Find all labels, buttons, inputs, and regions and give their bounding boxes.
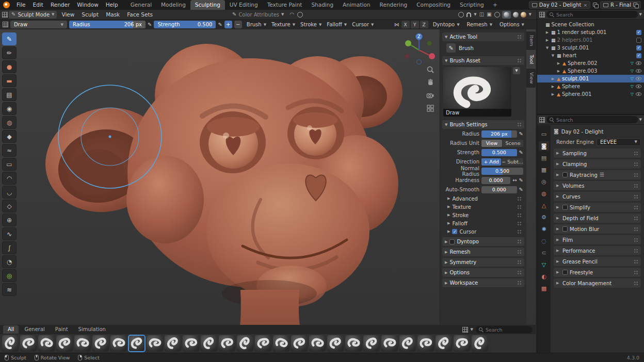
menu-render[interactable]: Render <box>47 0 73 10</box>
header-menu-options[interactable]: Options▼ <box>497 21 527 28</box>
asset-shelf-search[interactable] <box>476 326 533 333</box>
panel-header-brush-settings[interactable]: ▼Brush Settings <box>442 120 524 129</box>
properties-editor-icon[interactable] <box>539 117 545 123</box>
radius-unit-view[interactable]: View <box>481 140 502 147</box>
disclosure-icon[interactable]: ▶ <box>551 85 555 89</box>
visibility-eye-icon[interactable] <box>636 85 641 88</box>
panel-grip-icon[interactable] <box>517 260 522 265</box>
tool-pose[interactable]: ◎ <box>2 269 17 282</box>
mirror-y-button[interactable]: Y <box>411 21 419 28</box>
panel-symmetry[interactable]: ▶Symmetry <box>442 258 524 267</box>
hardness-arrows-icon[interactable]: ↔ <box>512 177 517 183</box>
properties-tab-view-layer[interactable]: ▦ <box>539 165 549 174</box>
brush-thumbnail-0[interactable] <box>2 335 19 352</box>
tool-flatten[interactable]: ▭ <box>2 158 17 171</box>
snap-magnet-icon[interactable] <box>466 12 471 17</box>
outliner-editor-icon[interactable] <box>539 12 545 18</box>
outliner-row-scene-collection[interactable]: ▦Scene Collection <box>537 21 644 28</box>
panel-grip-icon[interactable] <box>634 281 638 286</box>
xray-icon[interactable]: ▣ <box>487 12 491 17</box>
blender-logo-icon[interactable] <box>3 2 10 8</box>
disclosure-icon[interactable]: ▶ <box>556 61 561 65</box>
panel-dyntopo[interactable]: ▶Dyntopo <box>442 237 524 246</box>
outliner-row-3-sculpt-001[interactable]: ▼▦3 sculpt.001 <box>537 44 644 52</box>
tool-inflate[interactable]: ◉ <box>2 102 17 115</box>
panel-checkbox-raytracing[interactable] <box>562 172 568 177</box>
mirror-z-button[interactable]: Z <box>420 21 428 28</box>
panel-grip-icon[interactable] <box>634 194 638 199</box>
properties-panel-curves[interactable]: ▶Curves <box>554 192 641 201</box>
falloff-curve-icon[interactable]: ◠ <box>289 12 294 17</box>
pan-hand-icon[interactable] <box>426 78 434 87</box>
tool-fill[interactable]: ◡ <box>2 186 17 199</box>
tool-draw-sharp[interactable]: ✏ <box>2 46 17 59</box>
include-checkbox[interactable] <box>636 53 641 58</box>
brush-selector-icon[interactable] <box>3 22 8 27</box>
radius-field[interactable]: 206 px <box>481 130 517 138</box>
brush-thumbnail-17[interactable] <box>309 335 326 352</box>
brush-thumbnail-9[interactable] <box>165 335 181 352</box>
proportional-editing-icon[interactable] <box>458 12 464 18</box>
tool-menu-cursor[interactable]: Cursor▼ <box>349 21 376 28</box>
brush-asset-dropdown[interactable]: ▼ <box>513 67 520 74</box>
outliner-row-sphere-001[interactable]: ▶▲Sphere.001▽ <box>537 90 644 98</box>
panel-options[interactable]: ▶Options <box>442 268 524 277</box>
outliner-row-sculpt-001[interactable]: ▶▲sculpt.001▽ <box>537 75 644 83</box>
properties-tab-constraints[interactable]: ⊂ <box>539 248 549 257</box>
brush-thumbnail-23[interactable] <box>417 335 434 352</box>
direction-subtract-button[interactable]: − <box>234 21 242 28</box>
brush-thumbnail-1[interactable] <box>20 335 37 352</box>
subpanel-cursor[interactable]: ▶Cursor <box>442 227 524 236</box>
properties-panel-sampling[interactable]: ▶Sampling <box>554 149 641 158</box>
brush-thumbnail-3[interactable] <box>56 335 73 352</box>
include-checkbox[interactable] <box>636 38 641 43</box>
workspace-tab-shading[interactable]: Shading <box>307 0 338 10</box>
outliner-row-2-helpers-001[interactable]: ▶▦2 helpers.001 <box>537 36 644 44</box>
menu-window[interactable]: Window <box>73 0 102 10</box>
subpanel-stroke[interactable]: ▶Stroke <box>442 211 524 219</box>
hardness-field[interactable]: 0.000 <box>481 177 510 184</box>
shading-wireframe-icon[interactable] <box>494 12 500 18</box>
brush-thumbnail-10[interactable] <box>183 335 199 352</box>
outliner-row-sphere-003[interactable]: ▶▲Sphere.003▽ <box>537 67 644 75</box>
brush-thumbnail-26[interactable] <box>472 335 488 352</box>
brush-dropdown[interactable]: Draw ▼ <box>10 21 67 28</box>
sidebar-tab-tool[interactable]: Tool <box>526 51 536 68</box>
subpanel-cursor-checkbox[interactable] <box>452 229 457 234</box>
panel-remesh[interactable]: ▶Remesh <box>442 248 524 256</box>
brush-thumbnail-8[interactable] <box>147 335 163 352</box>
properties-tab-material[interactable]: ◐ <box>539 272 549 281</box>
brush-thumbnail-18[interactable] <box>327 335 344 352</box>
workspace-tab-scripting[interactable]: Scripting <box>455 0 489 10</box>
tool-crease[interactable]: ◆ <box>2 130 17 143</box>
new-view-layer-icon[interactable] <box>633 3 638 7</box>
workspace-tab-rendering[interactable]: Rendering <box>375 0 412 10</box>
direction-add-button[interactable]: + Add <box>481 158 501 166</box>
tool-cloth[interactable]: ≋ <box>2 283 17 296</box>
brush-thumbnail-15[interactable] <box>273 335 289 352</box>
normal-radius-field[interactable]: 0.500 <box>481 168 523 175</box>
menu-file[interactable]: File <box>13 0 29 10</box>
properties-panel-clamping[interactable]: ▶Clamping <box>554 159 641 169</box>
disclosure-icon[interactable]: ▼ <box>551 54 555 58</box>
scene-back-icon[interactable]: ◙ <box>554 129 559 134</box>
panel-grip-icon[interactable] <box>517 221 522 226</box>
shading-material-icon[interactable] <box>513 12 519 18</box>
workspace-tab-modeling[interactable]: Modeling <box>156 0 190 10</box>
brush-thumbnail-16[interactable] <box>291 335 308 352</box>
subpanel-texture[interactable]: ▶Texture <box>442 203 524 211</box>
subpanel-advanced[interactable]: ▶Advanced <box>442 194 524 203</box>
panel-grip-icon[interactable] <box>634 238 638 242</box>
add-workspace-button[interactable]: + <box>489 2 502 8</box>
disclosure-icon[interactable]: ▶ <box>545 38 550 42</box>
strength-pressure-icon[interactable]: ✎ <box>218 22 222 27</box>
disclosure-icon[interactable]: ▶ <box>551 77 555 81</box>
brush-thumbnail-11[interactable] <box>201 335 217 352</box>
brush-thumbnail-5[interactable] <box>92 335 109 352</box>
workspace-tab-sculpting[interactable]: Sculpting <box>190 0 225 10</box>
panel-grip-icon[interactable] <box>634 216 638 221</box>
properties-search[interactable] <box>546 116 638 123</box>
outliner-filter-icon[interactable]: ▼ <box>639 12 642 17</box>
brush-thumbnail-24[interactable] <box>436 335 452 352</box>
panel-grip-icon[interactable] <box>517 229 522 234</box>
